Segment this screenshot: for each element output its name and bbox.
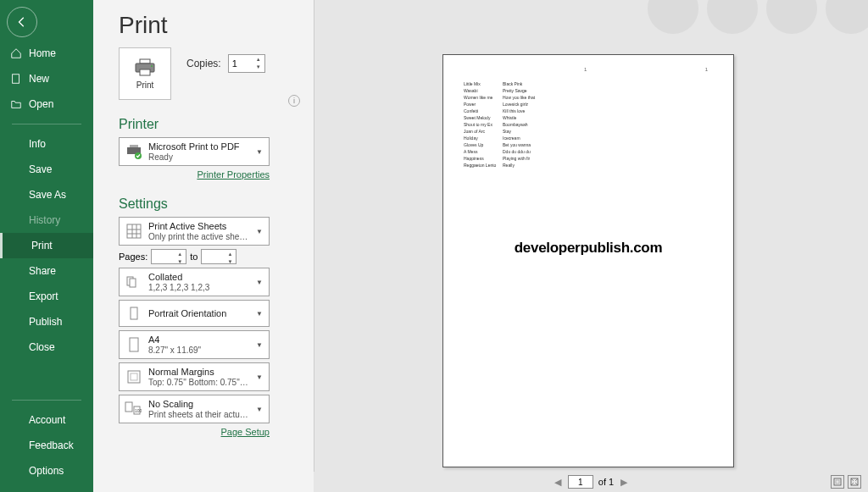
paper-size-dropdown[interactable]: A48.27" x 11.69" ▼	[119, 330, 270, 359]
chevron-down-icon: ▼	[255, 341, 264, 349]
divider	[12, 124, 81, 124]
collate-icon	[125, 273, 143, 291]
nav-export[interactable]: Export	[0, 284, 93, 309]
svg-rect-3	[140, 69, 150, 75]
collate-dropdown[interactable]: Collated1,2,3 1,2,3 1,2,3 ▼	[119, 268, 270, 296]
chevron-down-icon: ▼	[255, 406, 264, 413]
divider	[12, 400, 81, 401]
svg-rect-16	[130, 338, 138, 351]
decorative-shapes	[648, 0, 868, 34]
nav-label: Open	[29, 98, 53, 110]
nav-account[interactable]: Account	[0, 407, 93, 433]
nav-label: Print	[31, 240, 53, 252]
orientation-dropdown[interactable]: Portrait Orientation ▼	[119, 300, 270, 327]
table-row: PowerLovesick girlz	[464, 101, 713, 108]
chevron-down-icon: ▼	[255, 310, 264, 318]
page-preview: 1 1 Little MixBlack PinkWasabiPretty Sav…	[442, 54, 734, 467]
next-page-button[interactable]: ▶	[619, 476, 629, 488]
svg-rect-15	[131, 307, 137, 319]
spin-up[interactable]: ▲	[225, 251, 235, 258]
margins-dropdown[interactable]: Normal MarginsTop: 0.75" Bottom: 0.75" L…	[119, 362, 270, 391]
watermark-text: developerpublish.com	[443, 240, 733, 257]
svg-text:100: 100	[135, 408, 142, 413]
pages-from-input[interactable]: ▲▼	[151, 249, 186, 264]
scaling-icon: 100	[125, 400, 143, 418]
nav-options[interactable]: Options	[0, 458, 93, 484]
info-icon[interactable]: i	[288, 95, 300, 107]
svg-rect-14	[130, 279, 136, 287]
show-margins-button[interactable]	[831, 475, 844, 489]
margins-icon	[125, 368, 143, 386]
sidebar: Home New Open Info Save Save As History …	[0, 0, 93, 492]
nav-feedback[interactable]: Feedback	[0, 433, 93, 458]
nav-print[interactable]: Print	[0, 233, 93, 258]
nav-save[interactable]: Save	[0, 157, 93, 182]
printer-name: Microsoft Print to PDF	[148, 141, 250, 152]
printer-icon	[134, 58, 156, 77]
nav-publish[interactable]: Publish	[0, 309, 93, 334]
nav-label: Export	[29, 290, 58, 302]
nav-share[interactable]: Share	[0, 258, 93, 284]
svg-rect-19	[125, 402, 132, 412]
nav-label: New	[29, 73, 49, 85]
printer-properties-link[interactable]: Printer Properties	[119, 169, 270, 180]
nav-new[interactable]: New	[0, 66, 93, 91]
chevron-down-icon: ▼	[255, 373, 264, 381]
nav-close[interactable]: Close	[0, 334, 93, 360]
svg-rect-23	[836, 480, 839, 484]
preview-zoom-controls	[831, 475, 861, 489]
svg-rect-1	[140, 59, 150, 64]
nav-home[interactable]: Home	[0, 41, 93, 66]
page-setup-link[interactable]: Page Setup	[119, 427, 270, 437]
printer-heading: Printer i	[119, 117, 300, 132]
zoom-to-page-button[interactable]	[848, 475, 861, 489]
print-scope-dropdown[interactable]: Print Active SheetsOnly print the active…	[119, 217, 270, 246]
print-tile-label: Print	[136, 80, 154, 90]
nav-label: Account	[29, 414, 65, 426]
svg-rect-6	[130, 145, 138, 147]
svg-rect-0	[13, 75, 19, 84]
page-number-input[interactable]	[568, 475, 593, 489]
printer-dropdown[interactable]: Microsoft Print to PDF Ready ▼	[119, 137, 270, 166]
nav-label: Publish	[29, 316, 62, 328]
print-button[interactable]: Print	[119, 47, 171, 100]
copies-input[interactable]: ▲▼	[228, 54, 265, 73]
nav-label: Options	[29, 465, 64, 477]
table-row: Sweet MelodyWhistle	[464, 114, 713, 121]
svg-rect-18	[131, 373, 137, 380]
scaling-dropdown[interactable]: 100 No ScalingPrint sheets at their actu…	[119, 395, 270, 423]
nav-label: Close	[29, 341, 55, 353]
spin-down[interactable]: ▼	[225, 258, 235, 266]
nav-info[interactable]: Info	[0, 131, 93, 157]
nav-save-as[interactable]: Save As	[0, 182, 93, 207]
pages-to-input[interactable]: ▲▼	[201, 249, 236, 264]
portrait-icon	[125, 304, 143, 323]
spin-down[interactable]: ▼	[253, 64, 264, 71]
chevron-down-icon: ▼	[255, 228, 264, 235]
table-row: Reggaeton LentoReally	[464, 162, 713, 169]
page-title: Print	[119, 12, 300, 39]
open-icon	[10, 98, 22, 110]
spin-up[interactable]: ▲	[175, 251, 185, 258]
table-row: Women like meHow you like that	[464, 94, 713, 101]
spin-up[interactable]: ▲	[253, 56, 264, 64]
copies-field[interactable]	[232, 58, 253, 69]
arrow-left-icon	[16, 16, 28, 28]
back-button[interactable]	[7, 7, 37, 37]
new-icon	[10, 73, 22, 85]
zoom-page-icon	[850, 478, 859, 486]
svg-rect-22	[834, 478, 841, 485]
table-row: Little MixBlack Pink	[464, 80, 713, 87]
table-row: WasabiPretty Savge	[464, 87, 713, 94]
nav-open[interactable]: Open	[0, 91, 93, 117]
svg-rect-17	[128, 371, 140, 383]
table-row: HappinessPlaying with fir	[464, 155, 713, 162]
spin-down[interactable]: ▼	[175, 258, 185, 266]
nav-history: History	[0, 207, 93, 233]
pages-row: Pages: ▲▼ to ▲▼	[119, 249, 300, 264]
svg-point-4	[151, 65, 153, 67]
nav-label: Home	[29, 47, 56, 59]
prev-page-button[interactable]: ◀	[553, 476, 563, 488]
margins-toggle-icon	[833, 478, 842, 486]
settings-heading: Settings	[119, 196, 300, 212]
